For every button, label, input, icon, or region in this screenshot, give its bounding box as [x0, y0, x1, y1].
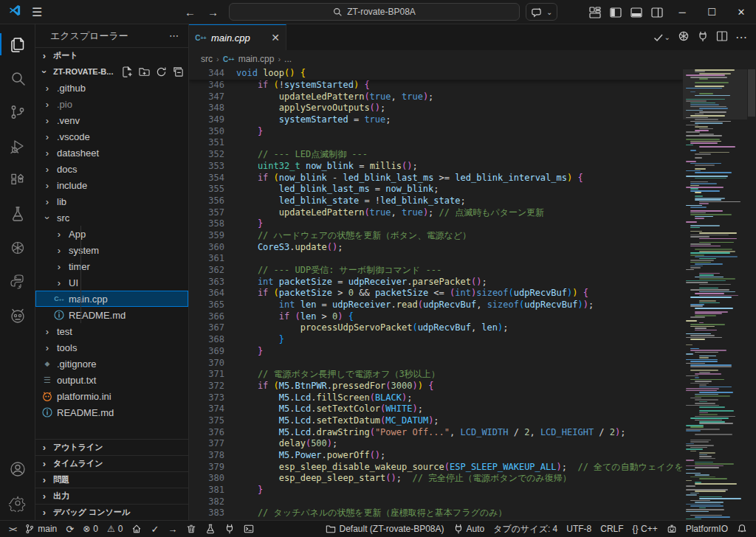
- section-ports[interactable]: › ポート: [35, 47, 188, 63]
- new-file-icon[interactable]: [122, 66, 133, 77]
- status-right-platformio[interactable]: PlatformIO: [681, 521, 732, 537]
- explorer-item-system[interactable]: ›system: [35, 242, 188, 258]
- section-タイムライン[interactable]: ›タイムライン: [35, 455, 188, 471]
- code-line-347[interactable]: 347updateLedPattern(true, true);: [189, 91, 683, 103]
- code-line-379[interactable]: 379esp_sleep_disable_wakeup_source(ESP_S…: [189, 462, 683, 474]
- copilot-menu[interactable]: ⌄: [526, 3, 557, 21]
- explorer-item-lib[interactable]: ›lib: [35, 193, 188, 209]
- status-right-bell[interactable]: [732, 521, 752, 537]
- command-center-search[interactable]: ZT-rovate-BP08A: [229, 3, 520, 21]
- status-right-auto[interactable]: Auto: [449, 521, 489, 537]
- status-left-0[interactable]: ⊗0: [78, 521, 103, 537]
- code-editor[interactable]: 344void loop() { 346if (!systemStarted) …: [189, 68, 756, 520]
- scrollbar-thumb[interactable]: [748, 69, 755, 117]
- code-line-344[interactable]: 344void loop() {: [189, 68, 306, 80]
- explorer-item-platformio.ini[interactable]: platformio.ini: [35, 388, 188, 404]
- collapse-all-icon[interactable]: [173, 66, 184, 77]
- code-line-351[interactable]: 351: [189, 137, 683, 149]
- window-maximize-button[interactable]: ☐: [697, 0, 726, 24]
- code-line-378[interactable]: 378M5.Power.powerOff();: [189, 450, 683, 462]
- activitybar-explorer-icon[interactable]: [0, 27, 35, 61]
- code-line-377[interactable]: 377delay(500);: [189, 438, 683, 450]
- section-デバッグ コンソール[interactable]: ›デバッグ コンソール: [35, 504, 188, 520]
- explorer-item-include[interactable]: ›include: [35, 177, 188, 193]
- code-line-368[interactable]: 368}: [189, 334, 683, 346]
- tab-main-cpp[interactable]: C++ main.cpp ✕: [189, 24, 286, 50]
- status-right-robot[interactable]: [662, 521, 681, 537]
- explorer-item-app[interactable]: ›App: [35, 226, 188, 242]
- status-left-trash[interactable]: [182, 521, 201, 537]
- explorer-item-.github[interactable]: ›.github: [35, 80, 188, 96]
- code-line-354[interactable]: 354if (now_blink - led_blink_last_ms >= …: [189, 173, 683, 184]
- explorer-item-.vscode[interactable]: ›.vscode: [35, 128, 188, 145]
- editor-scrollbar[interactable]: [747, 68, 756, 520]
- toggle-primary-sidebar-icon[interactable]: [605, 0, 626, 24]
- sticky-scroll-line[interactable]: 344void loop() {: [189, 68, 683, 80]
- plug-editor-icon[interactable]: [697, 30, 709, 45]
- code-line-365[interactable]: 365int len = udpReceiver.read(udpRecvBuf…: [189, 299, 683, 311]
- explorer-item-main.cpp[interactable]: C++main.cpp: [35, 291, 188, 307]
- breadcrumb[interactable]: src › C++ main.cpp › ...: [189, 50, 756, 68]
- toggle-secondary-sidebar-icon[interactable]: [647, 0, 667, 24]
- code-line-349[interactable]: 349systemStarted = true;: [189, 114, 683, 126]
- status-left-terminal[interactable]: [239, 521, 258, 537]
- refresh-icon[interactable]: [156, 66, 167, 77]
- code-line-356[interactable]: 356led_blink_state = !led_blink_state;: [189, 195, 683, 207]
- code-line-371[interactable]: 371// 電源ボタン長押しで電源オフ（3秒以上）: [189, 369, 683, 381]
- code-line-370[interactable]: 370: [189, 358, 683, 370]
- code-line-372[interactable]: 372if (M5.BtnPWR.pressedFor(3000)) {: [189, 381, 683, 392]
- minimap[interactable]: [683, 68, 747, 520]
- customize-layout-icon[interactable]: [585, 0, 605, 24]
- status-left-sync[interactable]: ⟳: [61, 521, 78, 537]
- code-line-350[interactable]: 350}: [189, 126, 683, 138]
- code-line-357[interactable]: 357updateLedPattern(true, true); // 点滅時も…: [189, 207, 683, 219]
- activitybar-source-control-icon[interactable]: [0, 95, 35, 129]
- section-出力[interactable]: ›出力: [35, 488, 188, 504]
- window-close-button[interactable]: ✕: [726, 0, 756, 24]
- status-left-plug[interactable]: [220, 521, 239, 537]
- breadcrumb-file[interactable]: main.cpp: [238, 54, 275, 64]
- code-line-363[interactable]: 363int packetSize = udpReceiver.parsePac…: [189, 277, 683, 288]
- activitybar-platformio-icon[interactable]: [0, 299, 35, 333]
- explorer-item-tools[interactable]: ›tools: [35, 339, 188, 356]
- code-line-373[interactable]: 373M5.Lcd.fillScreen(BLACK);: [189, 392, 683, 404]
- activitybar-testing-icon[interactable]: [0, 197, 35, 231]
- chatgpt-editor-icon[interactable]: [678, 30, 690, 45]
- explorer-item-datasheet[interactable]: ›datasheet: [35, 145, 188, 161]
- toggle-panel-icon[interactable]: [626, 0, 647, 24]
- activitybar-chatgpt-icon[interactable]: [0, 231, 35, 265]
- status-right-crlf[interactable]: CRLF: [596, 521, 628, 537]
- activitybar-run-debug-icon[interactable]: [0, 129, 35, 163]
- code-line-359[interactable]: 359// ハードウェアの状態を更新（ボタン、電源など）: [189, 230, 683, 242]
- code-line-355[interactable]: 355led_blink_last_ms = now_blink;: [189, 184, 683, 195]
- nav-forward-icon[interactable]: →: [207, 6, 219, 18]
- section-問題[interactable]: ›問題: [35, 471, 188, 488]
- status-left-0[interactable]: ⚠0: [103, 521, 127, 537]
- explorer-item-timer[interactable]: ›timer: [35, 258, 188, 274]
- status-right-utf-8[interactable]: UTF-8: [562, 521, 596, 537]
- section-アウトライン[interactable]: ›アウトライン: [35, 439, 188, 455]
- explorer-item-.venv[interactable]: ›.venv: [35, 112, 188, 128]
- code-line-382[interactable]: 382: [189, 496, 683, 508]
- code-line-348[interactable]: 348applyServoOutputs();: [189, 103, 683, 114]
- code-line-381[interactable]: 381}: [189, 485, 683, 496]
- code-line-360[interactable]: 360CoreS3.update();: [189, 242, 683, 254]
- code-line-366[interactable]: 366if (len > 0) {: [189, 311, 683, 323]
- status-left-arrow-right[interactable]: →: [163, 521, 182, 537]
- status-right--4[interactable]: タブのサイズ: 4: [489, 521, 562, 537]
- code-line-376[interactable]: 376M5.Lcd.drawString("Power Off...", LCD…: [189, 427, 683, 439]
- activitybar-account-icon[interactable]: [0, 452, 35, 486]
- code-line-353[interactable]: 353uint32_t now_blink = millis();: [189, 161, 683, 173]
- status-right-default-zt-rovate-bp08a-[interactable]: Default (ZT-rovate-BP08A): [321, 521, 448, 537]
- explorer-item-output.txt[interactable]: ☰output.txt: [35, 372, 188, 388]
- activitybar-search-icon[interactable]: [0, 61, 35, 95]
- split-editor-icon[interactable]: [716, 30, 728, 45]
- activitybar-settings-icon[interactable]: [0, 486, 35, 520]
- run-task-icon[interactable]: ⌄: [653, 32, 670, 44]
- status-left-main[interactable]: main: [20, 521, 61, 537]
- code-line-362[interactable]: 362// --- UDP受信: サーボ制御コマンド ---: [189, 265, 683, 277]
- explorer-item-.pio[interactable]: ›.pio: [35, 96, 188, 112]
- explorer-item-test[interactable]: ›test: [35, 323, 188, 339]
- code-line-374[interactable]: 374M5.Lcd.setTextColor(WHITE);: [189, 403, 683, 415]
- editor-more-actions-icon[interactable]: ⋯: [735, 30, 747, 44]
